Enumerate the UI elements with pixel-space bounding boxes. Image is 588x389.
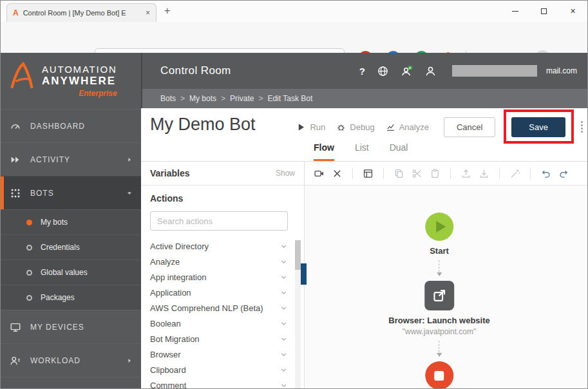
- sidebar-item-my-bots[interactable]: My bots: [1, 209, 141, 234]
- debug-button[interactable]: Debug: [336, 122, 374, 132]
- tab-close-icon[interactable]: ×: [146, 8, 150, 17]
- undo-icon[interactable]: [540, 168, 551, 179]
- gauge-icon: [10, 120, 21, 132]
- redo-icon[interactable]: [558, 168, 569, 179]
- user-icon[interactable]: [424, 65, 437, 77]
- category-bot-migration[interactable]: Bot Migration: [141, 331, 304, 346]
- sidebar-item-activity[interactable]: ACTIVITY: [1, 142, 141, 176]
- browser-launch-node[interactable]: [424, 281, 454, 310]
- run-label: Run: [310, 122, 325, 132]
- bots-submenu: My bots Credentials Global values Packag…: [1, 209, 141, 310]
- category-clipboard[interactable]: Clipboard: [141, 362, 304, 377]
- maximize-button[interactable]: [529, 1, 558, 21]
- tab-favicon: A: [13, 8, 19, 17]
- submenu-label: Packages: [41, 293, 75, 302]
- analyze-label: Analyze: [399, 122, 429, 132]
- wand-icon[interactable]: [509, 168, 520, 179]
- submenu-label: Credentials: [41, 243, 80, 252]
- sidebar-item-dashboard[interactable]: DASHBOARD: [1, 109, 141, 142]
- variables-show-link[interactable]: Show: [276, 169, 295, 178]
- monitor-icon: [10, 321, 21, 333]
- sidebar-item-credentials[interactable]: Credentials: [1, 234, 141, 260]
- app-title: Control Room: [160, 64, 231, 77]
- start-node[interactable]: [425, 213, 453, 241]
- bullet-icon: [26, 270, 32, 276]
- browser-tab[interactable]: A Control Room | [My Demo Bot] E ×: [6, 3, 156, 22]
- arrow-down-icon: [437, 272, 442, 276]
- tab-dual[interactable]: Dual: [390, 142, 408, 161]
- stop-node[interactable]: [425, 361, 453, 389]
- debug-label: Debug: [350, 122, 374, 132]
- user-check-icon[interactable]: [401, 65, 413, 77]
- flow-connector: [437, 260, 442, 276]
- tab-list[interactable]: List: [355, 142, 369, 161]
- category-comment[interactable]: Comment: [141, 377, 304, 388]
- breadcrumb-item[interactable]: My bots: [189, 94, 216, 103]
- save-button[interactable]: Save: [511, 117, 565, 137]
- sidebar-item-global-values[interactable]: Global values: [1, 260, 141, 285]
- page-header: My Demo Bot Run Debug Analyze Cancel Sav…: [141, 108, 587, 162]
- logo-edition: Enterprise: [42, 89, 117, 98]
- canvas-body[interactable]: Start Browser: Launch website "www.javat…: [305, 185, 587, 388]
- breadcrumb-item[interactable]: Edit Task Bot: [267, 94, 312, 103]
- category-analyze[interactable]: Analyze: [141, 254, 304, 269]
- category-browser[interactable]: Browser: [141, 346, 304, 362]
- category-application[interactable]: Application: [141, 285, 304, 300]
- disconnect-icon[interactable]: [332, 168, 343, 179]
- globe-icon[interactable]: [377, 65, 389, 77]
- chevron-down-icon: [280, 289, 287, 296]
- aa-logo-icon: [9, 61, 36, 91]
- scrollbar-thumb[interactable]: [295, 240, 301, 270]
- help-icon[interactable]: ?: [359, 66, 365, 77]
- tab-title: Control Room | [My Demo Bot] E: [23, 9, 141, 17]
- toolbar-separator: [352, 167, 353, 179]
- chart-icon: [386, 122, 395, 132]
- breadcrumb-separator: >: [221, 94, 225, 103]
- sidebar-label: WORKLOAD: [30, 356, 81, 365]
- maximize-icon: [541, 8, 547, 14]
- tab-flow[interactable]: Flow: [314, 142, 334, 161]
- sidebar-item-bots[interactable]: BOTS: [1, 176, 141, 209]
- panel-layout-icon[interactable]: [363, 168, 374, 179]
- main-content: My Demo Bot Run Debug Analyze Cancel Sav…: [141, 108, 587, 388]
- category-boolean[interactable]: Boolean: [141, 316, 304, 331]
- sidebar-item-my-devices[interactable]: MY DEVICES: [1, 310, 141, 343]
- category-aws-comprehend[interactable]: AWS Comprehend NLP (Beta): [141, 300, 304, 316]
- breadcrumb: Bots > My bots > Private > Edit Task Bot: [141, 89, 587, 108]
- sidebar-label: ACTIVITY: [30, 155, 70, 164]
- sidebar-label: BOTS: [30, 189, 54, 198]
- close-button[interactable]: ×: [558, 1, 587, 21]
- canvas-scroll-indicator[interactable]: [301, 263, 307, 285]
- bots-grid-icon: [10, 187, 21, 199]
- toolbar-separator: [383, 167, 384, 179]
- kebab-menu-icon[interactable]: [581, 121, 583, 133]
- breadcrumb-item[interactable]: Bots: [160, 94, 176, 103]
- chevron-down-icon: [280, 305, 287, 312]
- analyze-button[interactable]: Analyze: [386, 122, 429, 132]
- view-tabs: Flow List Dual: [314, 142, 408, 161]
- paste-icon[interactable]: [430, 168, 441, 179]
- breadcrumb-item[interactable]: Private: [230, 94, 254, 103]
- run-button[interactable]: Run: [296, 122, 325, 132]
- start-node-label: Start: [430, 246, 449, 256]
- browser-window: A Control Room | [My Demo Bot] E × + × ←…: [0, 0, 588, 389]
- category-app-integration[interactable]: App integration: [141, 269, 304, 285]
- sidebar-item-workload[interactable]: WORKLOAD: [1, 343, 141, 377]
- flow-connector: [437, 341, 442, 357]
- minimize-button[interactable]: [500, 1, 529, 21]
- upload-icon[interactable]: [460, 168, 471, 179]
- variables-row: Variables Show: [141, 162, 304, 185]
- panel-scrollbar[interactable]: [295, 240, 301, 388]
- cancel-button[interactable]: Cancel: [444, 117, 495, 137]
- sidebar-item-packages[interactable]: Packages: [1, 285, 141, 310]
- app-header: Control Room ? mail.com: [141, 53, 587, 89]
- record-icon[interactable]: [314, 168, 325, 179]
- new-tab-button[interactable]: +: [164, 5, 170, 17]
- search-actions-input[interactable]: [150, 211, 288, 231]
- category-active-directory[interactable]: Active Directory: [141, 238, 304, 254]
- sidebar-item-partial[interactable]: [1, 377, 141, 388]
- automation-anywhere-logo: AUTOMATION ANYWHERE Enterprise: [1, 53, 141, 109]
- download-icon[interactable]: [479, 168, 489, 179]
- cut-icon[interactable]: [412, 168, 422, 179]
- copy-icon[interactable]: [394, 168, 404, 179]
